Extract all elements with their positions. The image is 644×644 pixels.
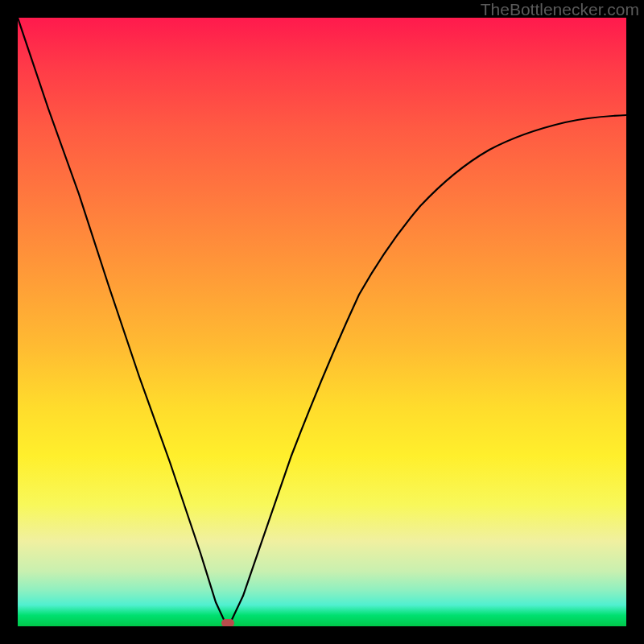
minimum-marker bbox=[221, 619, 234, 626]
watermark-text: TheBottlenecker.com bbox=[481, 0, 639, 19]
gradient-background bbox=[18, 18, 626, 626]
plot-area bbox=[18, 18, 626, 626]
chart-frame: TheBottlenecker.com bbox=[0, 0, 644, 644]
